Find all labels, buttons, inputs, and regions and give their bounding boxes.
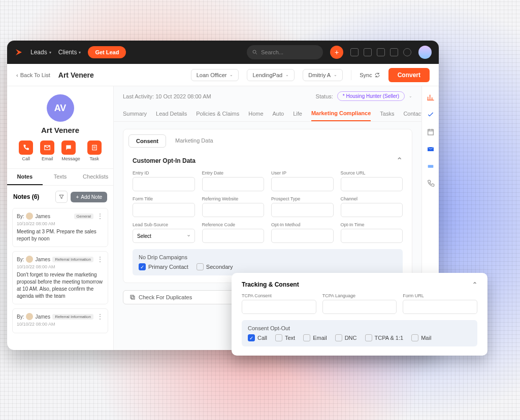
main-tab[interactable]: Tasks xyxy=(380,107,394,121)
optin-section-title: Customer Opt-In Data xyxy=(133,157,196,164)
field-input[interactable] xyxy=(271,177,334,191)
document-icon[interactable] xyxy=(350,48,359,56)
field-label: Entry Date xyxy=(202,170,265,176)
main-tab[interactable]: Summary xyxy=(123,107,147,121)
field-label: Opt-In Method xyxy=(271,222,334,227)
nav-leads[interactable]: Leads▾ xyxy=(30,49,51,56)
global-search[interactable]: Search... xyxy=(247,45,323,59)
chevron-down-icon: ▾ xyxy=(79,50,81,55)
field-input[interactable] xyxy=(202,229,265,243)
mail-icon[interactable] xyxy=(427,145,435,153)
optout-checkbox[interactable]: Mail xyxy=(411,334,431,341)
main-tab[interactable]: Policies & Claims xyxy=(196,107,239,121)
optout-checkbox[interactable]: Text xyxy=(275,334,295,341)
optout-checkbox[interactable]: ✓Call xyxy=(248,334,267,341)
note-card[interactable]: By:JamesGeneral⋮10/10/22 08:00 AMMeeting… xyxy=(12,208,108,247)
field-label: Form Title xyxy=(133,196,195,201)
main-tab[interactable]: Auto xyxy=(273,107,284,121)
collapse-icon[interactable]: ⌃ xyxy=(472,281,477,288)
field-input[interactable] xyxy=(341,203,403,217)
main-tab[interactable]: Contact Log xyxy=(403,107,421,121)
call-action-button[interactable] xyxy=(19,141,33,155)
field-input[interactable] xyxy=(202,203,265,217)
tab-texts[interactable]: Texts xyxy=(43,169,78,185)
call-label: Call xyxy=(22,156,30,161)
note-card[interactable]: By:JamesReferral Information⋮10/10/22 08… xyxy=(12,308,108,333)
loan-officer-dropdown[interactable]: Loan Officer⌄ xyxy=(191,69,239,81)
note-author-avatar xyxy=(26,256,33,263)
page-title: Art Venere xyxy=(58,71,94,79)
main-tab[interactable]: Home xyxy=(248,107,263,121)
field-input[interactable] xyxy=(133,203,195,217)
tracking-consent-popup: Tracking & Consent ⌃ TCPA ConsentTCPA La… xyxy=(232,273,488,356)
svg-point-0 xyxy=(253,50,256,53)
assignee-dropdown[interactable]: Dmitriy A⌄ xyxy=(303,69,343,81)
secondary-contact-checkbox[interactable]: Secondary xyxy=(197,263,233,270)
calendar-icon[interactable] xyxy=(427,128,435,136)
field-label: Entry ID xyxy=(133,170,195,176)
get-lead-button[interactable]: Get Lead xyxy=(88,46,126,58)
field-label: Channel xyxy=(341,196,403,201)
lendingpad-dropdown[interactable]: LendingPad⌄ xyxy=(247,69,295,81)
add-note-button[interactable]: +Add Note xyxy=(71,192,107,202)
nav-clients[interactable]: Clients▾ xyxy=(58,49,81,56)
add-button[interactable]: + xyxy=(330,46,343,59)
field-input[interactable] xyxy=(271,229,334,243)
back-to-list-link[interactable]: ‹Back To List xyxy=(16,72,50,78)
convert-button[interactable]: Convert xyxy=(388,68,430,82)
user-avatar[interactable] xyxy=(418,46,432,59)
inner-tab-marketing-data[interactable]: Marketing Data xyxy=(168,134,220,148)
field-label: User IP xyxy=(271,170,334,176)
note-author: James xyxy=(35,257,50,262)
field-input[interactable] xyxy=(341,177,403,191)
chevron-down-icon[interactable]: ⌄ xyxy=(409,94,412,98)
tab-checklists[interactable]: Checklists xyxy=(78,169,113,185)
field-label: TCPA Language xyxy=(322,293,397,298)
filter-button[interactable] xyxy=(55,191,68,203)
inner-tab-consent[interactable]: Consent xyxy=(128,134,166,148)
note-card[interactable]: By:JamesReferral Information⋮10/10/22 08… xyxy=(12,251,108,304)
note-tag: Referral Information xyxy=(52,314,93,320)
main-tab[interactable]: Lead Details xyxy=(156,107,187,121)
popup-title: Tracking & Consent xyxy=(242,281,299,288)
gear-icon[interactable] xyxy=(403,48,411,56)
field-input[interactable] xyxy=(341,229,403,243)
check-icon[interactable] xyxy=(427,111,435,119)
main-tab[interactable]: Life xyxy=(293,107,302,121)
optout-checkbox[interactable]: TCPA & 1:1 xyxy=(365,334,404,341)
primary-contact-checkbox[interactable]: ✓Primary Contact xyxy=(139,263,188,270)
status-badge[interactable]: * Housing Hunter (Seller) xyxy=(337,91,405,101)
email-action-button[interactable] xyxy=(40,141,54,155)
search-placeholder: Search... xyxy=(261,49,283,55)
card-icon[interactable] xyxy=(427,162,435,170)
monitor-icon[interactable] xyxy=(390,48,398,56)
note-text: Meeting at 3 PM. Prepare the sales repor… xyxy=(17,228,104,242)
notes-list[interactable]: By:JamesGeneral⋮10/10/22 08:00 AMMeeting… xyxy=(7,208,113,350)
field-input[interactable] xyxy=(403,300,477,314)
filter-icon xyxy=(58,194,64,200)
grid-icon[interactable] xyxy=(377,48,385,56)
field-input[interactable] xyxy=(242,300,316,314)
lead-sub-source-select[interactable]: Select xyxy=(133,229,195,243)
message-action-button[interactable] xyxy=(61,141,76,155)
chevron-left-icon: ‹ xyxy=(16,72,18,78)
field-input[interactable] xyxy=(271,203,334,217)
main-tab[interactable]: Marketing Compliance xyxy=(311,106,371,121)
optout-checkbox[interactable]: Email xyxy=(303,334,327,341)
tab-notes[interactable]: Notes xyxy=(7,169,43,185)
notes-count: Notes (6) xyxy=(13,193,39,200)
note-menu-icon[interactable]: ⋮ xyxy=(96,214,104,219)
sync-button[interactable]: Sync xyxy=(360,72,380,78)
task-action-button[interactable] xyxy=(87,141,102,155)
field-input[interactable] xyxy=(322,300,397,314)
note-menu-icon[interactable]: ⋮ xyxy=(96,257,104,262)
announcement-icon[interactable] xyxy=(364,48,372,56)
phone-icon[interactable] xyxy=(427,180,435,188)
chart-icon[interactable] xyxy=(427,93,435,101)
optout-checkbox[interactable]: DNC xyxy=(335,334,357,341)
field-input[interactable] xyxy=(133,177,195,191)
note-menu-icon[interactable]: ⋮ xyxy=(96,314,104,319)
note-time: 10/10/22 08:00 AM xyxy=(17,221,104,226)
field-input[interactable] xyxy=(202,177,265,191)
collapse-icon[interactable]: ⌃ xyxy=(396,156,403,165)
